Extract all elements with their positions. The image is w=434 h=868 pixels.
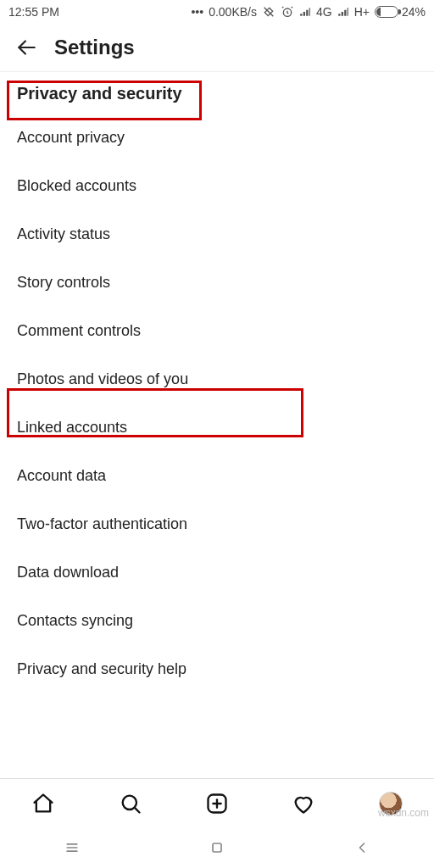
item-privacy-security-help[interactable]: Privacy and security help (0, 645, 434, 693)
item-comment-controls[interactable]: Comment controls (0, 307, 434, 355)
tab-home[interactable] (31, 791, 56, 816)
dots-icon: ••• (191, 5, 203, 19)
item-account-data[interactable]: Account data (0, 452, 434, 500)
status-bar: 12:55 PM ••• 0.00KB/s 4G H+ 24% (0, 0, 434, 24)
system-nav-bar (0, 827, 434, 868)
status-net-speed: 0.00KB/s (209, 5, 257, 19)
item-activity-status[interactable]: Activity status (0, 210, 434, 259)
status-time: 12:55 PM (8, 5, 59, 19)
item-two-factor-auth[interactable]: Two-factor authentication (0, 500, 434, 548)
battery-pct: 24% (402, 5, 426, 19)
tab-activity[interactable] (291, 791, 316, 816)
watermark: wsxdn.com (378, 807, 429, 819)
item-story-controls[interactable]: Story controls (0, 259, 434, 307)
back-button[interactable] (15, 36, 37, 58)
mute-icon (262, 5, 275, 19)
alarm-icon (281, 5, 294, 19)
tab-search[interactable] (118, 791, 143, 816)
sysnav-home[interactable] (208, 838, 226, 857)
item-account-privacy[interactable]: Account privacy (0, 114, 434, 162)
section-title-privacy-security: Privacy and security (0, 72, 434, 114)
sysnav-back[interactable] (353, 838, 371, 857)
bottom-tab-bar (0, 778, 434, 827)
item-data-download[interactable]: Data download (0, 548, 434, 597)
page-title: Settings (54, 36, 135, 59)
svg-line-3 (134, 807, 139, 812)
item-contacts-syncing[interactable]: Contacts syncing (0, 597, 434, 645)
app-header: Settings (0, 24, 434, 72)
signal-2-icon (337, 6, 349, 18)
item-linked-accounts[interactable]: Linked accounts (0, 403, 434, 452)
item-photos-videos-of-you[interactable]: Photos and videos of you (0, 355, 434, 403)
signal-1-icon (299, 6, 311, 18)
status-signal-1-label: 4G (316, 5, 332, 19)
tab-add-post[interactable] (204, 791, 230, 816)
battery-indicator: 24% (375, 5, 426, 19)
svg-rect-10 (213, 843, 221, 852)
status-signal-2-label: H+ (354, 5, 370, 19)
item-blocked-accounts[interactable]: Blocked accounts (0, 162, 434, 210)
sysnav-recent-apps[interactable] (63, 838, 81, 857)
